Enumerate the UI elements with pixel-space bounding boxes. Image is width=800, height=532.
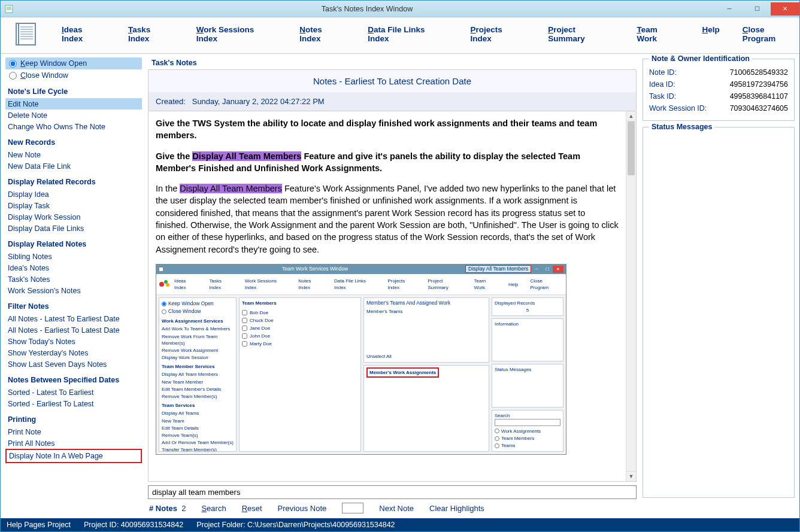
svg-point-14: [166, 283, 169, 287]
scroll-down-icon[interactable]: ▼: [626, 471, 636, 481]
sidebar-heading: Printing: [8, 415, 142, 424]
sidebar-link[interactable]: New Note: [5, 149, 142, 160]
search-input[interactable]: [148, 485, 637, 499]
sidebar: Keep Window Open Close Window Note's Lif…: [1, 54, 147, 518]
reset-button[interactable]: Reset: [242, 504, 262, 513]
mini-nav-item: Close Program: [530, 278, 560, 291]
mini-side-link: Remove Work From Team Member(s): [162, 333, 234, 346]
sidebar-link[interactable]: Sorted - Earliest To Latest: [5, 398, 142, 409]
mini-logo-icon: [159, 279, 171, 290]
mini-col2-heading: Member's Teams And Assigned Work: [366, 300, 486, 307]
previous-note-button[interactable]: Previous Note: [278, 504, 327, 513]
close-window-input[interactable]: [9, 72, 17, 80]
clear-highlights-button[interactable]: Clear Highlights: [429, 504, 484, 513]
topnav-item[interactable]: Project Summary: [548, 25, 614, 43]
window-title: Task's Notes Index Window: [19, 5, 716, 13]
highlight: Display All Team Members: [192, 151, 301, 161]
vertical-scrollbar[interactable]: ▲ ▼: [626, 111, 636, 481]
close-button[interactable]: ✕: [771, 2, 799, 16]
mini-side-link: Transfer Team Member(s): [162, 446, 234, 452]
scroll-thumb[interactable]: [628, 121, 635, 175]
sidebar-heading: Note's Life Cycle: [8, 87, 142, 96]
status-project-folder: Project Folder: C:\Users\Darren\Projects…: [196, 521, 395, 529]
mini-work-assignments-box: Member's Work Assignments: [366, 367, 439, 378]
topnav-item[interactable]: Data File Links Index: [368, 25, 447, 43]
status-project-id: Project ID: 400956931534842: [84, 521, 183, 529]
right-panel: Note & Owner Identification Note ID:7100…: [640, 54, 799, 518]
topnav-item[interactable]: Help: [702, 25, 719, 43]
top-navigation: Ideas IndexTasks IndexWork Sessions Inde…: [1, 17, 799, 54]
sidebar-link[interactable]: All Notes - Latest To Earliest Date: [5, 313, 142, 324]
sidebar-link[interactable]: Change Who Owns The Note: [5, 121, 142, 132]
note-body[interactable]: Give the TWS System the ability to locat…: [149, 111, 626, 481]
mini-side-radio: Keep Window Open: [162, 300, 234, 308]
status-bar: Help Pages Project Project ID: 400956931…: [1, 518, 799, 531]
topnav-item[interactable]: Tasks Index: [128, 25, 174, 43]
sidebar-link[interactable]: All Notes - Earliest To Latest Date: [5, 324, 142, 336]
topnav-item[interactable]: Team Work: [637, 25, 679, 43]
keep-window-open-input[interactable]: [9, 60, 17, 68]
mini-search-radio: Team Members: [495, 435, 560, 442]
scroll-up-icon[interactable]: ▲: [626, 111, 636, 121]
search-button[interactable]: Search: [201, 504, 226, 513]
mini-information-label: Information: [495, 321, 560, 327]
sidebar-link[interactable]: Print All Notes: [5, 437, 142, 449]
sidebar-heading: New Records: [8, 138, 142, 147]
sidebar-link[interactable]: Display Work Session: [5, 211, 142, 223]
mini-members-teams-label: Member's Teams: [366, 308, 486, 315]
mini-member-row: Marty Doe: [242, 340, 358, 348]
sidebar-link[interactable]: New Data File Link: [5, 160, 142, 172]
sidebar-link[interactable]: Delete Note: [5, 110, 142, 121]
sidebar-link[interactable]: Show Today's Notes: [5, 336, 142, 347]
sidebar-link[interactable]: Work Session's Notes: [5, 285, 142, 296]
minimize-button[interactable]: ─: [716, 2, 743, 16]
mini-member-row: John Doe: [242, 332, 358, 340]
svg-rect-0: [5, 5, 13, 13]
sidebar-link[interactable]: Display Note In A Web Page: [5, 449, 142, 463]
sidebar-link[interactable]: Sibling Notes: [5, 251, 142, 262]
close-window-radio[interactable]: Close Window: [5, 69, 142, 81]
mini-search-radio: Teams: [495, 442, 560, 449]
mini-side-link: New Team Member: [162, 379, 234, 385]
mini-side-link: Remove Team Member(s): [162, 393, 234, 400]
mini-nav-item: Ideas Index: [174, 278, 197, 291]
svg-point-12: [159, 282, 164, 287]
mini-member-row: Jane Doe: [242, 324, 358, 332]
status-messages-heading: Status Messages: [649, 123, 714, 131]
mini-nav-item: Projects Index: [387, 278, 416, 291]
mini-nav-item: Data File Links Index: [334, 278, 375, 291]
mini-member-row: Bob Doe: [242, 309, 358, 317]
sidebar-link[interactable]: Display Task: [5, 200, 142, 211]
highlight: Display All Team Members: [180, 184, 282, 193]
maximize-button[interactable]: ☐: [743, 2, 771, 16]
mini-side-heading: Work Assignment Services: [162, 318, 234, 324]
center-panel: Task's Notes Notes - Earliest To Latest …: [147, 54, 640, 518]
sidebar-link[interactable]: Edit Note: [5, 98, 142, 110]
topnav-item[interactable]: Projects Index: [471, 25, 526, 43]
topnav-item[interactable]: Notes Index: [299, 25, 345, 43]
mini-nav-item: Notes Index: [298, 278, 322, 291]
topnav-item[interactable]: Close Program: [743, 25, 799, 43]
sidebar-link[interactable]: Task's Notes: [5, 273, 142, 285]
mini-side-link: Display All Teams: [162, 410, 234, 417]
note-created-row: Created: Sunday, January 2, 2022 04:27:2…: [149, 92, 636, 111]
sidebar-link[interactable]: Display Data File Links: [5, 223, 142, 234]
mini-minimize-icon: ─: [531, 266, 542, 273]
app-icon: [14, 22, 38, 46]
sidebar-link[interactable]: Print Note: [5, 426, 142, 437]
sidebar-link[interactable]: Show Yesterday's Notes: [5, 347, 142, 358]
mini-maximize-icon: ☐: [542, 266, 553, 273]
notes-count-value: 2: [181, 504, 186, 513]
keep-window-open-radio[interactable]: Keep Window Open: [5, 57, 142, 69]
next-note-button[interactable]: Next Note: [379, 504, 414, 513]
sidebar-link[interactable]: Show Last Seven Days Notes: [5, 358, 142, 370]
mini-side-link: New Team: [162, 418, 234, 424]
topnav-item[interactable]: Ideas Index: [62, 25, 105, 43]
sidebar-link[interactable]: Sorted - Latest To Earliest: [5, 387, 142, 398]
note-page-input[interactable]: [342, 503, 363, 513]
mini-side-heading: Team Services: [162, 402, 234, 409]
sidebar-link[interactable]: Display Idea: [5, 189, 142, 200]
topnav-item[interactable]: Work Sessions Index: [196, 25, 277, 43]
mini-side-heading: Team Member Services: [162, 363, 234, 370]
sidebar-link[interactable]: Idea's Notes: [5, 262, 142, 273]
